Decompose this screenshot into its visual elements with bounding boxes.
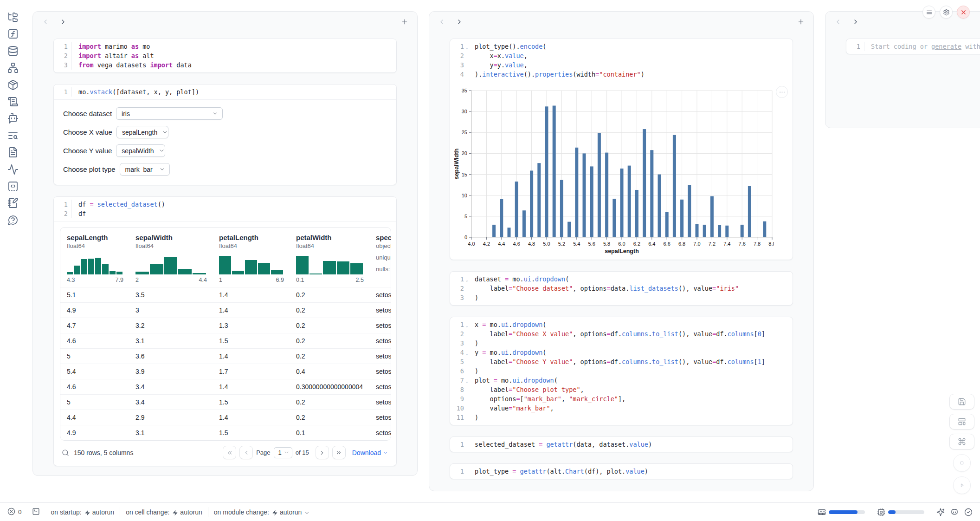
table-cell: 4.7 xyxy=(60,318,129,333)
code-editor[interactable]: 1mo.vstack([dataset, x, y, plot]) xyxy=(54,85,396,99)
generate-with-ai-link[interactable]: generate xyxy=(931,43,961,50)
add-column-button[interactable] xyxy=(796,17,806,27)
run-button[interactable] xyxy=(953,476,971,494)
code-editor[interactable]: 1⌄x = mo.ui.dropdown(2 label="Choose X v… xyxy=(450,317,793,425)
notebook-cell: 1plot_type = getattr(alt.Chart(df), plot… xyxy=(450,463,793,479)
code-line: selected_dataset = getattr(data, dataset… xyxy=(468,440,793,449)
svg-text:7.2: 7.2 xyxy=(709,241,716,247)
dropdown-value: mark_bar xyxy=(125,166,153,173)
table-cell: setosa xyxy=(369,287,391,302)
table-cell: 3.5 xyxy=(129,287,213,302)
error-count-badge[interactable]: 0 xyxy=(7,508,22,517)
notebook-cell: 1⌄plot_type().encode(2 x=x.value,3 y=y.v… xyxy=(450,39,793,260)
table-cell: 0.2 xyxy=(290,333,369,348)
add-column-button[interactable] xyxy=(400,17,410,27)
sidebar-file-text-icon[interactable] xyxy=(7,147,19,158)
cells-container: 1import marimo as mo2import altair as al… xyxy=(33,32,417,476)
fold-chevron-icon[interactable]: ⌄ xyxy=(466,275,468,285)
zap-icon xyxy=(172,509,178,515)
sidebar-scratchpad-icon[interactable] xyxy=(7,197,19,208)
dropdown-select[interactable]: sepalWidth xyxy=(116,144,165,157)
code-editor[interactable]: 1 Start coding or generate with AI xyxy=(846,39,980,54)
table-footer: 150 rows, 5 columnsPage1of 15Download xyxy=(60,441,390,460)
svg-text:30: 30 xyxy=(462,109,467,114)
column-name: species xyxy=(376,234,391,241)
table-column-header[interactable]: sepalWidthfloat6424.4 xyxy=(129,234,213,283)
sidebar-doc-search-icon[interactable] xyxy=(7,130,19,141)
pagination: Page1of 15Download xyxy=(219,446,388,459)
dropdown-select[interactable]: sepalLength xyxy=(116,126,168,138)
sidebar-activity-icon[interactable] xyxy=(7,164,19,175)
table-cell: 3 xyxy=(129,303,213,318)
table-column-header[interactable]: speciesobjectuniquenulls: xyxy=(369,234,391,283)
close-button[interactable] xyxy=(957,6,970,19)
run-config-item[interactable]: on startup:autorun xyxy=(51,508,115,516)
dataframe-table: sepalLengthfloat644.37.9sepalWidthfloat6… xyxy=(60,227,391,441)
prev-page-button[interactable] xyxy=(239,446,253,459)
page-select[interactable]: 1 xyxy=(274,447,292,458)
command-button[interactable] xyxy=(949,434,974,449)
svg-text:7.4: 7.4 xyxy=(723,241,730,247)
save-button[interactable] xyxy=(949,394,974,410)
column-prev-button[interactable] xyxy=(833,17,843,27)
sidebar-code-snippet-icon[interactable] xyxy=(7,181,19,192)
last-page-button[interactable] xyxy=(332,446,346,459)
sidebar-file-tree-icon[interactable] xyxy=(7,12,19,23)
code-line: df xyxy=(71,209,396,218)
table-column-header[interactable]: sepalLengthfloat644.37.9 xyxy=(60,234,129,283)
code-editor[interactable]: 1selected_dataset = getattr(data, datase… xyxy=(450,437,793,452)
notebook-cell: 1df = selected_dataset()2dfsepalLengthfl… xyxy=(53,196,397,466)
code-editor[interactable]: 1df = selected_dataset()2df xyxy=(54,197,396,221)
sidebar-dependency-graph-icon[interactable] xyxy=(7,62,19,73)
code-editor[interactable]: 1⌄dataset = mo.ui.dropdown(2 label="Choo… xyxy=(450,272,793,305)
sparkles-icon[interactable] xyxy=(936,508,945,516)
column-next-button[interactable] xyxy=(454,17,464,27)
table-cell: 0.2 xyxy=(290,303,369,318)
sidebar-package-icon[interactable] xyxy=(7,79,19,91)
code-editor[interactable]: 1plot_type = getattr(alt.Chart(df), plot… xyxy=(450,464,793,479)
chevron-down-icon xyxy=(155,166,165,172)
sidebar-square-function-icon[interactable] xyxy=(7,28,19,39)
gear-button[interactable] xyxy=(940,6,953,19)
table-column-header[interactable]: petalWidthfloat640.12.5 xyxy=(290,234,369,283)
sidebar-logs-scroll-icon[interactable] xyxy=(7,96,19,107)
cpu-icon[interactable] xyxy=(877,508,885,516)
menu-button[interactable] xyxy=(922,6,935,19)
column-next-button[interactable] xyxy=(851,17,861,27)
next-page-button[interactable] xyxy=(316,446,329,459)
fold-chevron-icon[interactable]: ⌄ xyxy=(466,321,468,330)
table-cell: 1.4 xyxy=(213,303,290,318)
column-next-button[interactable] xyxy=(58,17,68,27)
column-range: 4.37.9 xyxy=(67,277,123,283)
copilot-icon[interactable] xyxy=(950,508,959,516)
fold-chevron-icon[interactable]: ⌄ xyxy=(466,377,468,386)
sidebar-database-icon[interactable] xyxy=(7,46,19,57)
terminal-button[interactable] xyxy=(32,508,40,517)
stop-button[interactable] xyxy=(953,454,971,472)
layout-button[interactable] xyxy=(949,414,974,430)
code-editor[interactable]: 1⌄plot_type().encode(2 x=x.value,3 y=y.v… xyxy=(450,39,793,82)
run-config-item[interactable]: on module change:autorun xyxy=(214,508,310,516)
check-circle-icon[interactable] xyxy=(964,508,973,516)
memory-icon[interactable] xyxy=(818,508,826,516)
fold-chevron-icon[interactable]: ⌄ xyxy=(466,349,468,358)
first-page-button[interactable] xyxy=(223,446,236,459)
bar-chart[interactable]: 4.04.24.44.64.85.05.25.45.65.86.06.26.46… xyxy=(453,84,774,257)
notebook-cell: 1⌄x = mo.ui.dropdown(2 label="Choose X v… xyxy=(450,317,793,425)
sidebar-help-icon[interactable] xyxy=(7,215,19,226)
dropdown-select[interactable]: iris xyxy=(116,107,223,120)
column-prev-button[interactable] xyxy=(40,17,51,27)
table-column-header[interactable]: petalLengthfloat6416.9 xyxy=(213,234,290,283)
table-row: 4.63.11.50.2setosa xyxy=(60,333,391,348)
run-config-item[interactable]: on cell change:autorun xyxy=(126,508,202,516)
sidebar-ai-chat-icon[interactable] xyxy=(7,113,19,124)
dropdown-row: Choose plot typemark_bar xyxy=(63,163,387,176)
zap-icon xyxy=(272,509,278,515)
chart-actions-button[interactable] xyxy=(776,86,788,98)
column-prev-button[interactable] xyxy=(437,17,447,27)
code-line: options=["mark_bar", "mark_circle"], xyxy=(468,394,793,404)
download-button[interactable]: Download xyxy=(352,449,388,456)
code-editor[interactable]: 1import marimo as mo2import altair as al… xyxy=(54,39,396,72)
dropdown-select[interactable]: mark_bar xyxy=(120,163,170,176)
fold-chevron-icon[interactable]: ⌄ xyxy=(466,43,468,52)
